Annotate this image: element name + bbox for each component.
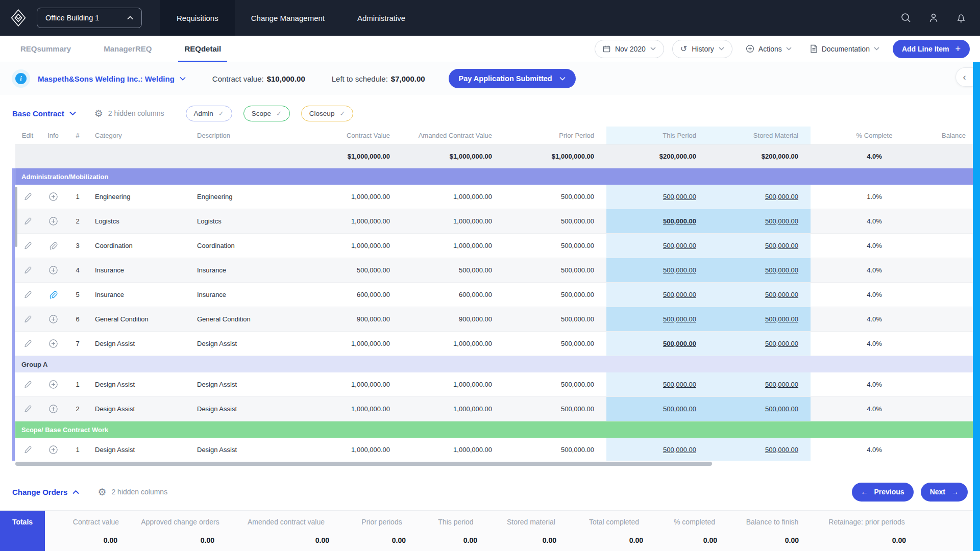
gear-icon[interactable]: ⚙ xyxy=(94,109,103,118)
footer-column-value: 0.00 xyxy=(420,536,492,544)
add-line-item-button[interactable]: Add Line Item + xyxy=(893,40,970,58)
add-info-button[interactable] xyxy=(48,339,58,348)
change-orders-controls: Change Orders ⚙ 2 hidden columns ← Previ… xyxy=(12,480,968,504)
documentation-label: Documentation xyxy=(822,45,870,53)
row-stored-material-input[interactable]: 500,000.00 xyxy=(765,193,798,201)
chevron-down-icon xyxy=(650,47,656,51)
nav-tab-requisitions[interactable]: Requisitions xyxy=(160,0,235,36)
add-circle-icon xyxy=(48,216,58,226)
edit-row-button[interactable] xyxy=(23,290,32,299)
user-icon[interactable] xyxy=(928,12,939,23)
vendor-selector[interactable]: Maspeth&Sons Welding Inc.: Welding xyxy=(38,74,186,83)
tab-reqsummary[interactable]: REQsummary xyxy=(20,36,71,62)
row-this-period-input[interactable]: 500,000.00 xyxy=(663,405,696,413)
edit-row-button[interactable] xyxy=(23,380,32,389)
row-this-period-input[interactable]: 500,000.00 xyxy=(663,266,696,274)
edit-row-button[interactable] xyxy=(23,266,32,274)
row-prior-period: 500,000.00 xyxy=(504,234,606,258)
row-category: Design Assist xyxy=(89,332,191,356)
row-amended-contract-value: 1,000,000.00 xyxy=(402,185,504,209)
add-line-item-label: Add Line Item xyxy=(902,45,949,53)
row-amended-contract-value: 500,000.00 xyxy=(402,258,504,282)
edit-row-button[interactable] xyxy=(23,192,32,201)
add-info-button[interactable] xyxy=(48,380,58,389)
actions-menu[interactable]: Actions xyxy=(741,44,797,53)
add-info-button[interactable] xyxy=(48,445,58,455)
app-logo[interactable] xyxy=(0,9,37,27)
row-this-period-input[interactable]: 500,000.00 xyxy=(663,340,696,347)
row-description: Design Assist xyxy=(191,372,337,396)
horizontal-scrollbar-thumb[interactable] xyxy=(15,462,712,466)
pay-application-status-button[interactable]: Pay Application Submitted xyxy=(449,69,576,88)
row-this-period-input[interactable]: 500,000.00 xyxy=(663,381,696,388)
history-button[interactable]: ↺ History xyxy=(672,40,732,58)
row-this-period-input[interactable]: 500,000.00 xyxy=(663,193,696,201)
add-info-button[interactable] xyxy=(48,192,58,202)
add-info-button[interactable] xyxy=(48,404,58,414)
add-info-button[interactable] xyxy=(48,314,58,324)
search-icon[interactable] xyxy=(900,12,912,23)
edit-row-button[interactable] xyxy=(23,405,32,413)
row-stored-material-input[interactable]: 500,000.00 xyxy=(765,242,798,249)
add-info-button[interactable] xyxy=(48,216,58,226)
edit-row-button[interactable] xyxy=(23,339,32,348)
info-icon[interactable]: i xyxy=(15,73,27,84)
row-stored-material-input[interactable]: 500,000.00 xyxy=(765,291,798,298)
row-this-period-input[interactable]: 500,000.00 xyxy=(663,315,696,323)
add-circle-icon xyxy=(48,404,58,414)
attachment-button[interactable] xyxy=(48,241,58,251)
base-contract-toggle[interactable]: Base Contract xyxy=(12,109,76,118)
row-stored-material-input[interactable]: 500,000.00 xyxy=(765,340,798,347)
chip-closeup[interactable]: Closeup✓ xyxy=(301,106,353,121)
row-prior-period: 500,000.00 xyxy=(504,209,606,233)
nav-tab-change-management[interactable]: Change Management xyxy=(235,0,341,36)
next-button[interactable]: Next → xyxy=(921,483,968,502)
chip-admin[interactable]: Admin✓ xyxy=(186,106,232,121)
gear-icon[interactable]: ⚙ xyxy=(97,487,106,497)
project-selector[interactable]: Office Building 1 xyxy=(37,8,142,28)
change-orders-toggle[interactable]: Change Orders xyxy=(12,488,79,496)
vertical-scrollbar-thumb[interactable] xyxy=(15,187,17,247)
row-stored-material-input[interactable]: 500,000.00 xyxy=(765,405,798,413)
collapse-panel-button[interactable]: ‹ xyxy=(955,67,973,87)
row-this-period-input[interactable]: 500,000.00 xyxy=(663,242,696,249)
tab-managerreq[interactable]: ManagerREQ xyxy=(104,36,152,62)
row-stored-material-input[interactable]: 500,000.00 xyxy=(765,315,798,323)
page-vertical-scrollbar[interactable] xyxy=(973,62,980,551)
edit-row-button[interactable] xyxy=(23,315,32,323)
edit-row-button[interactable] xyxy=(23,241,32,250)
row-description: Coordination xyxy=(191,234,337,258)
nav-tab-administrative[interactable]: Administrative xyxy=(341,0,422,36)
row-stored-material-input[interactable]: 500,000.00 xyxy=(765,217,798,225)
table-row: 2LogistcsLogistcs1,000,000.001,000,000.0… xyxy=(15,209,973,234)
row-stored-material-input[interactable]: 500,000.00 xyxy=(765,446,798,454)
documentation-menu[interactable]: Documentation xyxy=(805,44,885,53)
attachment-button[interactable] xyxy=(48,290,58,299)
chevron-up-icon xyxy=(72,490,79,494)
row-pct-complete: 4.0% xyxy=(811,234,938,258)
totals-cell xyxy=(40,145,66,168)
edit-row-button[interactable] xyxy=(23,217,32,226)
column-header--complete: % Complete xyxy=(811,127,938,144)
add-circle-icon xyxy=(48,339,58,348)
previous-button[interactable]: ← Previous xyxy=(852,483,914,502)
row-this-period-input[interactable]: 500,000.00 xyxy=(663,291,696,298)
tab-reqdetail[interactable]: REQdetail xyxy=(184,36,221,62)
project-selector-label: Office Building 1 xyxy=(45,14,99,22)
table-header-row: EditInfo#CategoryDescriptionContract Val… xyxy=(15,127,973,145)
row-number: 2 xyxy=(66,397,89,421)
bell-icon[interactable] xyxy=(955,12,967,23)
row-stored-material-input[interactable]: 500,000.00 xyxy=(765,381,798,388)
group-header-group-a[interactable]: Group A xyxy=(15,356,973,372)
chip-scope[interactable]: Scope✓ xyxy=(243,106,290,121)
period-selector[interactable]: Nov 2020 xyxy=(595,40,664,58)
edit-row-button[interactable] xyxy=(23,445,32,454)
arrow-left-icon: ← xyxy=(861,488,868,496)
row-this-period-input[interactable]: 500,000.00 xyxy=(663,446,696,454)
group-header-administration-mobilization[interactable]: Administration/Mobilization xyxy=(15,168,973,185)
row-this-period-input[interactable]: 500,000.00 xyxy=(663,217,696,225)
row-number: 2 xyxy=(66,209,89,233)
add-info-button[interactable] xyxy=(48,265,58,275)
row-stored-material-input[interactable]: 500,000.00 xyxy=(765,266,798,274)
group-header-scope-base-contract-work[interactable]: Scope/ Base Contract Work xyxy=(15,421,973,438)
